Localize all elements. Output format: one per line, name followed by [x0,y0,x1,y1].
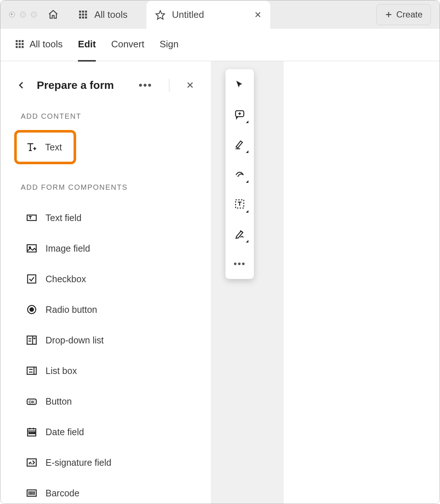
svg-rect-29 [27,336,36,344]
highlight-tool[interactable] [233,138,246,151]
svg-rect-7 [82,16,84,18]
tool-listbox-label: List box [46,366,77,376]
text-select-tool[interactable] [233,197,246,210]
toolbar-sign-label: Sign [160,39,178,50]
tool-checkbox[interactable]: Checkbox [0,264,211,294]
svg-rect-3 [79,13,81,15]
svg-rect-2 [85,11,87,12]
tool-listbox[interactable]: List box [0,355,211,386]
date-field-icon [26,426,38,438]
sign-tool[interactable] [233,227,246,240]
document-page[interactable] [284,61,440,504]
tab-all-tools[interactable]: All tools [70,0,136,29]
svg-point-28 [30,308,34,311]
tab-document-label: Untitled [172,9,204,20]
main-area: Prepare a form ••• ✕ ADD CONTENT Text AD… [0,61,440,504]
secondary-toolbar: All tools Edit Convert Sign [0,29,440,61]
toolbar-all-tools-label: All tools [30,39,63,50]
comment-tool[interactable] [233,108,246,121]
ellipsis-icon: ••• [233,258,245,269]
svg-rect-23 [27,215,36,221]
image-field-icon [26,243,38,254]
tool-esignature-label: E-signature field [46,457,111,468]
tool-esignature[interactable]: E-signature field [0,447,211,478]
svg-rect-6 [79,16,81,18]
radio-icon [26,304,38,315]
svg-rect-13 [19,40,20,42]
select-tool[interactable] [233,78,246,91]
tool-text[interactable]: Text [14,130,76,164]
tab-document[interactable]: Untitled ✕ [146,1,270,29]
grid-icon [78,10,88,19]
tool-text-field-label: Text field [46,213,82,223]
tool-dropdown[interactable]: Drop-down list [0,325,211,355]
tab-all-tools-label: All tools [94,9,127,20]
tool-barcode[interactable]: Barcode [0,478,211,504]
panel-divider [169,79,169,92]
form-components-list: Text field Image field Checkbox Radio bu… [0,199,211,504]
traffic-light-max[interactable] [31,12,37,17]
svg-rect-43 [29,432,31,434]
close-tab-icon[interactable]: ✕ [254,10,262,20]
tool-barcode-label: Barcode [46,488,79,499]
tool-radio[interactable]: Radio button [0,294,211,325]
tool-button[interactable]: OK Button [0,386,211,417]
panel-more-icon[interactable]: ••• [138,79,152,91]
svg-rect-19 [19,46,20,48]
tool-date-field-label: Date field [46,427,84,437]
tool-image-field-label: Image field [46,243,90,254]
svg-rect-16 [19,43,20,45]
toolbar-sign[interactable]: Sign [160,39,178,51]
svg-rect-45 [34,432,35,434]
svg-rect-14 [21,40,23,42]
tool-image-field[interactable]: Image field [0,233,211,264]
toolbar-convert-label: Convert [111,39,144,50]
plus-icon [385,11,393,19]
toolbar-convert[interactable]: Convert [111,39,144,51]
listbox-icon [26,365,38,377]
floating-toolbar: ••• [225,69,254,279]
svg-text:OK: OK [29,400,35,404]
svg-rect-5 [85,13,87,15]
panel-title: Prepare a form [37,79,114,91]
esignature-icon [26,457,38,468]
svg-rect-17 [21,43,23,45]
titlebar: All tools Untitled ✕ Create [0,0,440,29]
barcode-icon [26,487,38,499]
back-icon[interactable] [17,81,26,90]
toolbar-edit-label: Edit [78,39,96,50]
svg-rect-44 [31,432,33,434]
create-button[interactable]: Create [376,4,431,25]
home-icon[interactable] [47,8,59,21]
toolbar-edit[interactable]: Edit [78,39,96,51]
dropdown-icon [26,334,38,346]
svg-rect-12 [16,40,17,42]
text-field-icon [26,212,38,224]
text-icon [25,141,37,153]
svg-rect-18 [16,46,17,48]
grid-icon [15,39,24,49]
star-icon [155,10,165,20]
draw-tool[interactable] [233,168,246,181]
tool-text-label: Text [45,142,62,153]
tool-date-field[interactable]: Date field [0,417,211,447]
panel-close-icon[interactable]: ✕ [186,80,194,91]
svg-rect-33 [27,367,36,374]
sidebar-panel: Prepare a form ••• ✕ ADD CONTENT Text AD… [0,61,211,504]
document-canvas[interactable]: ••• [211,61,440,504]
section-add-form: ADD FORM COMPONENTS [0,172,211,199]
svg-rect-8 [85,16,87,18]
svg-marker-9 [156,11,164,19]
tool-dropdown-label: Drop-down list [46,335,104,346]
toolbar-all-tools[interactable]: All tools [15,39,63,51]
tool-text-field[interactable]: Text field [0,202,211,233]
more-tools[interactable]: ••• [233,257,246,270]
svg-rect-20 [21,46,23,48]
svg-rect-4 [82,13,84,15]
create-button-label: Create [396,9,423,20]
svg-rect-0 [79,11,81,12]
tool-checkbox-label: Checkbox [46,274,86,284]
traffic-light-min[interactable] [20,12,26,17]
traffic-light-close[interactable] [9,12,15,17]
tool-button-label: Button [46,396,72,407]
